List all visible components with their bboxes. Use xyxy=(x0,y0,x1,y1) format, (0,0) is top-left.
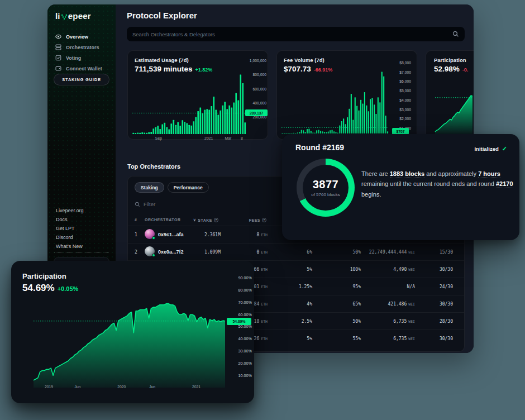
axis-tick: Sep xyxy=(155,136,162,140)
unit-label: WEI xyxy=(408,319,415,324)
axis-tick: 60.00% xyxy=(226,313,252,317)
axis-tick: 10.00% xyxy=(226,374,252,378)
vote-icon xyxy=(55,55,61,61)
calls-cell: 28/30 xyxy=(415,319,453,324)
participation-current-badge: 54.69% xyxy=(227,318,251,325)
unit-label: WEI xyxy=(408,250,415,255)
participation-mini-chart xyxy=(435,93,472,135)
stake-cell: 2.361M xyxy=(201,232,221,237)
fee-cut-cell: 50% xyxy=(312,319,361,324)
fee-cut-cell: 50% xyxy=(312,250,361,255)
card-title: Participation xyxy=(434,57,466,63)
search-icon xyxy=(135,202,140,207)
tab-staking[interactable]: Staking xyxy=(135,182,164,193)
axis-tick: 80.00% xyxy=(226,288,252,292)
round-status: Initialized✓ xyxy=(474,145,507,152)
link-livepeer-org[interactable]: Livepeer.org xyxy=(56,208,84,213)
sidebar-item-label: Overview xyxy=(66,34,88,40)
link-discord[interactable]: Discord xyxy=(56,235,84,240)
tab-performance[interactable]: Performance xyxy=(168,182,209,193)
help-icon[interactable]: ? xyxy=(214,218,218,222)
unit-label: ETH xyxy=(261,250,268,255)
filter-row[interactable] xyxy=(135,201,302,207)
card-title: Fee Volume (7d) xyxy=(284,57,324,63)
filter-input[interactable] xyxy=(144,201,255,207)
blocks-remaining[interactable]: 1883 blocks xyxy=(390,170,424,178)
axis-tick: 2021 xyxy=(204,136,213,140)
search-input[interactable] xyxy=(132,31,452,37)
axis-tick: 800,000 xyxy=(245,73,266,77)
logo-text-left: li xyxy=(55,11,60,21)
col-header-stake[interactable]: ∨STAKE? xyxy=(193,218,218,222)
unit-label: ETH xyxy=(261,319,268,324)
unit-label: ETH xyxy=(261,268,268,272)
rank-cell: 2 xyxy=(135,250,145,255)
donut-label: 3877 of 5760 blocks xyxy=(297,159,355,217)
fee-bar-chart xyxy=(281,65,389,133)
col-header-orchestrator[interactable]: ORCHESTRATOR xyxy=(145,218,180,222)
reward-cut-cell: 2.5% xyxy=(268,319,312,324)
grid-icon xyxy=(55,44,61,50)
fee-cut-cell: 65% xyxy=(312,302,361,307)
table-row[interactable]: 20xe0a...7f21.099M0ETH6%50%22,749,444.44… xyxy=(128,243,464,260)
sidebar-item-voting[interactable]: Voting xyxy=(47,52,116,63)
card-value: 54.69%+0.05% xyxy=(22,283,78,294)
sort-chevron-icon: ∨ xyxy=(193,218,197,222)
sidebar-item-orchestrators[interactable]: Orchestrators xyxy=(47,42,116,52)
link-docs[interactable]: Docs xyxy=(56,217,84,222)
logo-text-right: epeer xyxy=(68,11,91,21)
col-header-num[interactable]: # xyxy=(135,218,137,222)
usage-bar-chart xyxy=(132,61,246,134)
card-estimated-usage: Estimated Usage (7d) 711,539 minutes+1.8… xyxy=(127,50,268,140)
round-title: Round #2169 xyxy=(295,143,344,152)
axis-tick: 30.00% xyxy=(226,349,252,353)
price-cell: 4,490WEI xyxy=(361,267,415,272)
address-cell: 0xe0a...7f2 xyxy=(158,249,201,255)
price-cell: 6,735WEI xyxy=(361,319,415,324)
livepeer-logo[interactable]: liepeer xyxy=(55,11,91,21)
staking-guide-button[interactable]: STAKING GUIDE xyxy=(54,74,109,85)
card-title: Participation xyxy=(22,272,66,280)
desktop-canvas: liepeer Overview Orchestrators Voting C xyxy=(0,0,525,420)
sidebar-footer-links: Livepeer.org Docs Get LPT Discord What's… xyxy=(56,208,84,249)
unit-label: ETH xyxy=(261,302,268,307)
reward-cut-cell: 6% xyxy=(268,250,312,255)
axis-tick: $3,000 xyxy=(392,108,411,112)
axis-tick: Jun xyxy=(149,385,155,389)
fee-cut-cell: 100% xyxy=(312,267,361,272)
axis-tick: $4,000 xyxy=(392,99,411,103)
eye-icon xyxy=(55,34,61,40)
axis-tick: 1,000,000 xyxy=(245,59,266,63)
sidebar-divider xyxy=(54,252,109,253)
sidebar-item-connect-wallet[interactable]: Connect Wallet xyxy=(47,63,116,74)
link-whats-new[interactable]: What's New xyxy=(56,244,84,249)
fee-cut-cell: 95% xyxy=(312,284,361,289)
axis-tick: Mar xyxy=(225,136,232,140)
unit-label: WEI xyxy=(408,302,415,307)
round-description: There are 1883 blocks and approximately … xyxy=(361,169,514,199)
page-title: Protocol Explorer xyxy=(127,11,197,20)
address-cell: 0x9c1...afa xyxy=(158,232,201,237)
next-round-link[interactable]: #2170 xyxy=(496,180,513,188)
axis-tick: $5,000 xyxy=(392,89,411,93)
unit-label: ETH xyxy=(261,285,268,289)
axis-tick: 600,000 xyxy=(245,88,266,92)
hours-remaining[interactable]: 7 hours xyxy=(478,170,500,178)
price-cell: 6,735WEI xyxy=(361,336,415,341)
axis-tick: 2020 xyxy=(117,385,126,389)
delta-badge: -0. xyxy=(462,67,469,73)
axis-tick: 40.00% xyxy=(226,337,252,341)
col-header-fees[interactable]: FEES? xyxy=(249,218,266,222)
unit-label: WEI xyxy=(408,337,415,341)
unit-label: ETH xyxy=(261,233,268,237)
help-icon[interactable]: ? xyxy=(262,218,266,222)
axis-tick: 50.00% xyxy=(226,324,252,328)
link-get-lpt[interactable]: Get LPT xyxy=(56,226,84,231)
price-cell: 22,749,444.444WEI xyxy=(361,250,415,255)
usage-current-badge: 289,137 xyxy=(245,109,268,116)
search-bar[interactable] xyxy=(127,27,465,41)
search-icon xyxy=(452,31,459,37)
sidebar-item-overview[interactable]: Overview xyxy=(47,31,116,42)
price-cell: 421.486WEI xyxy=(361,302,415,307)
round-card: Round #2169 Initialized✓ 3877 of 5760 bl… xyxy=(282,134,519,240)
